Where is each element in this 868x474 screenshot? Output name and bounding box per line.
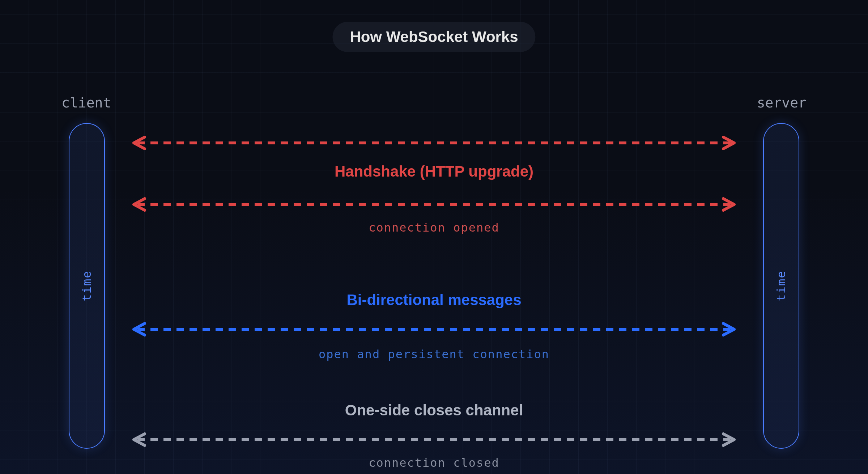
close-title: One-side closes channel [345,402,523,419]
bidirectional-arrow-icon [127,322,741,337]
client-timeline: time [69,123,105,449]
title-container: How WebSocket Works [332,22,535,52]
handshake-arrow-2 [127,197,741,212]
client-label: client [61,95,111,111]
handshake-arrow-1 [127,136,741,150]
timeline-label-left: time [80,270,94,301]
diagram-title: How WebSocket Works [350,28,518,46]
close-subtitle: connection closed [369,456,499,470]
timeline-label-right: time [774,270,788,301]
bidirectional-arrow-icon [127,197,741,212]
handshake-title: Handshake (HTTP upgrade) [335,163,533,180]
bidirectional-arrow-icon [127,136,741,150]
bidirectional-title: Bi-directional messages [346,291,521,309]
bidirectional-subtitle: open and persistent connection [319,347,549,361]
close-arrow [127,432,741,447]
bidirectional-arrow [127,322,741,337]
bidirectional-arrow-icon [127,432,741,447]
server-timeline: time [763,123,799,449]
server-label: server [757,95,807,111]
handshake-subtitle: connection opened [369,221,499,234]
